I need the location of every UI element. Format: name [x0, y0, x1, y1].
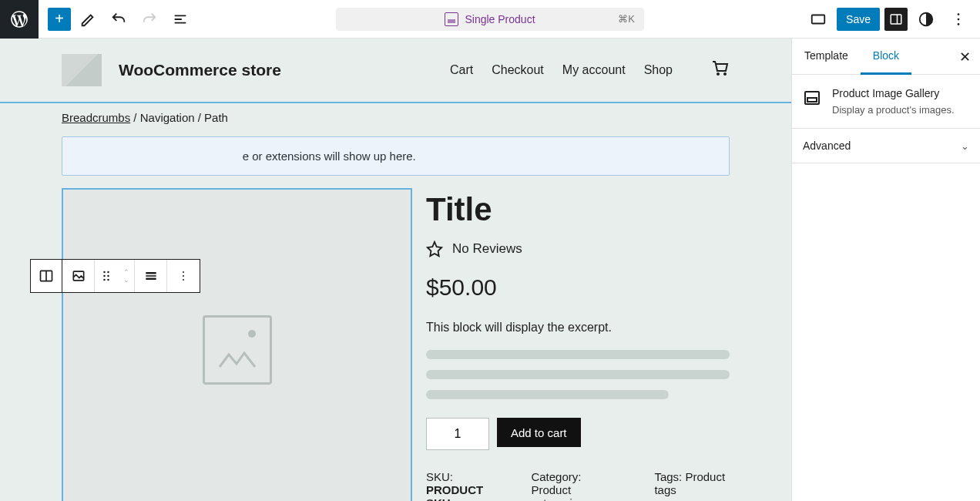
image-placeholder-icon: [203, 315, 272, 385]
meta-tags[interactable]: Tags: Product tags: [654, 470, 730, 501]
nav-link-account[interactable]: My account: [562, 63, 626, 77]
undo-button[interactable]: [105, 5, 133, 33]
svg-point-14: [107, 279, 109, 281]
parent-block-button[interactable]: [30, 259, 62, 293]
close-sidebar-button[interactable]: ✕: [954, 46, 975, 68]
sidebar-tabs: Template Block ✕: [792, 39, 980, 75]
svg-rect-0: [812, 15, 825, 23]
svg-rect-1: [891, 15, 901, 24]
svg-point-3: [958, 13, 960, 15]
template-icon: [445, 12, 458, 26]
add-block-button[interactable]: +: [48, 8, 71, 31]
block-more-button[interactable]: [167, 260, 200, 292]
settings-sidebar-toggle[interactable]: [884, 8, 908, 31]
breadcrumb-first: Breadcrumbs: [62, 111, 130, 124]
product-meta: SKU: PRODUCT SKU Category: Product categ…: [426, 470, 730, 501]
product-excerpt[interactable]: This block will display the excerpt.: [426, 321, 730, 335]
view-button[interactable]: [804, 5, 832, 33]
notice-text: e or extensions will show up here.: [243, 150, 416, 163]
svg-rect-22: [807, 98, 817, 102]
product-layout: Title No Reviews $50.00 This block will …: [62, 188, 730, 501]
more-options-button[interactable]: [945, 5, 972, 33]
move-updown[interactable]: ⌃⌄: [118, 260, 135, 292]
product-info: Title No Reviews $50.00 This block will …: [426, 188, 730, 501]
svg-point-20: [183, 279, 184, 281]
toolbar-left: +: [39, 5, 194, 33]
svg-point-5: [958, 23, 960, 25]
svg-point-18: [183, 271, 184, 273]
svg-rect-15: [146, 272, 156, 274]
svg-point-10: [107, 271, 109, 274]
add-to-cart-row: Add to cart: [426, 418, 730, 450]
cart-icon[interactable]: [711, 59, 730, 81]
save-button[interactable]: Save: [837, 8, 880, 31]
meta-sku[interactable]: SKU: PRODUCT SKU: [426, 470, 492, 501]
toolbar-right: Save: [804, 5, 980, 33]
canvas-viewport: WooCommerce store Cart Checkout My accou…: [0, 39, 791, 501]
reviews-text: No Reviews: [452, 241, 522, 257]
block-type-button[interactable]: [62, 260, 95, 292]
skeleton-line: [426, 390, 669, 399]
breadcrumb[interactable]: Breadcrumbs / Navigation / Path: [62, 103, 730, 136]
svg-point-19: [183, 275, 184, 277]
chevron-down-icon: ⌄: [961, 140, 969, 152]
tab-template[interactable]: Template: [792, 39, 861, 74]
block-info-panel: Product Image Gallery Display a product'…: [792, 75, 980, 129]
advanced-section[interactable]: Advanced ⌄: [792, 129, 980, 163]
site-logo-placeholder[interactable]: [62, 54, 102, 86]
document-title-bar[interactable]: Single Product ⌘K: [336, 8, 644, 31]
add-to-cart-button[interactable]: Add to cart: [497, 418, 581, 447]
quantity-input[interactable]: [426, 418, 489, 450]
gallery-block-icon: [803, 89, 821, 107]
skeleton-line: [426, 370, 730, 379]
redo-button[interactable]: [136, 5, 163, 33]
meta-category[interactable]: Category: Product categories: [531, 470, 616, 501]
canvas-body: Breadcrumbs / Navigation / Path Notices …: [0, 102, 791, 501]
product-title[interactable]: Title: [426, 191, 730, 228]
breadcrumb-rest: / Navigation / Path: [130, 111, 228, 124]
block-description: Display a product's images.: [832, 104, 955, 116]
svg-point-12: [107, 275, 109, 277]
svg-point-13: [103, 279, 106, 281]
store-notices-block[interactable]: Notices added by WooCommerce or extensio…: [62, 136, 730, 176]
skeleton-line: [426, 350, 730, 359]
site-title[interactable]: WooCommerce store: [119, 61, 281, 79]
nav-link-checkout[interactable]: Checkout: [492, 63, 544, 77]
svg-point-11: [103, 275, 106, 277]
keyboard-shortcut: ⌘K: [618, 13, 635, 25]
nav-link-cart[interactable]: Cart: [450, 63, 473, 77]
tab-block[interactable]: Block: [861, 39, 911, 75]
main-area: WooCommerce store Cart Checkout My accou…: [0, 39, 980, 501]
top-toolbar: + Single Product ⌘K Save: [0, 0, 980, 39]
drag-handle[interactable]: [95, 260, 118, 292]
list-view-button[interactable]: [166, 5, 194, 33]
document-title: Single Product: [465, 13, 535, 25]
svg-point-9: [103, 271, 106, 274]
align-button[interactable]: [135, 260, 167, 292]
edit-tool-button[interactable]: [74, 5, 102, 33]
site-header: WooCommerce store Cart Checkout My accou…: [0, 39, 791, 102]
wordpress-logo[interactable]: [0, 0, 39, 39]
svg-rect-16: [146, 275, 156, 277]
svg-point-4: [958, 18, 960, 20]
advanced-label: Advanced: [803, 140, 851, 152]
block-name: Product Image Gallery: [832, 87, 955, 99]
svg-rect-17: [146, 278, 156, 281]
product-price[interactable]: $50.00: [426, 274, 730, 301]
nav-link-shop[interactable]: Shop: [644, 63, 673, 77]
star-icon: [426, 240, 443, 257]
product-image-gallery-block[interactable]: [62, 188, 412, 501]
product-reviews[interactable]: No Reviews: [426, 240, 730, 257]
styles-button[interactable]: [912, 5, 940, 33]
block-toolbar: ⌃⌄: [62, 259, 200, 293]
settings-sidebar: Template Block ✕ Product Image Gallery D…: [791, 39, 980, 501]
site-navigation: Cart Checkout My account Shop: [450, 63, 673, 77]
skeleton-placeholder: [426, 350, 730, 399]
